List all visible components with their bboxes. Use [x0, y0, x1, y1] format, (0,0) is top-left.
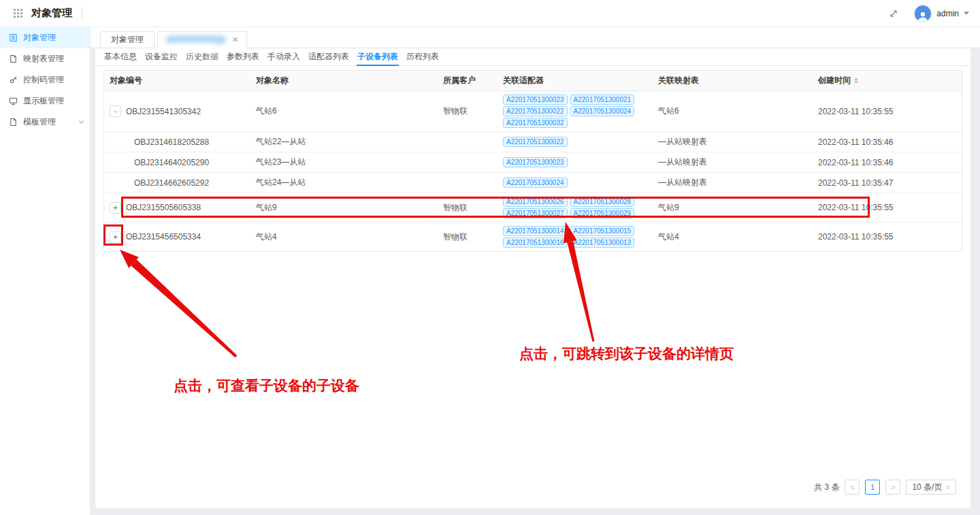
- user-menu[interactable]: admin: [914, 5, 969, 22]
- detail-tab-bar: 基本信息 设备监控 历史数据 参数列表 手动录入 适配器列表 子设备列表 历程列…: [95, 48, 970, 66]
- main-area: 对象管理 基本信息 设备监控 历史数据 参数列表 手动录入 适配器列表 子设备列…: [91, 27, 980, 515]
- customer: 智物联: [443, 202, 503, 214]
- mapping-table: 气站6: [658, 105, 818, 117]
- page-tab-label: 对象管理: [111, 32, 144, 48]
- chevron-down-icon: [78, 119, 84, 125]
- customer: 智物联: [443, 105, 503, 117]
- collapse-row-button[interactable]: -: [110, 105, 121, 117]
- adapter-badge[interactable]: A22017051300023: [503, 157, 568, 167]
- adapter-badge[interactable]: A22017051300029: [570, 208, 635, 218]
- created-time: 2022-03-11 10:35:46: [818, 158, 962, 167]
- sidebar-item-label: 控制码管理: [23, 74, 64, 86]
- template-icon: [9, 118, 18, 127]
- adapter-badge[interactable]: A22017051300023: [503, 95, 568, 105]
- adapter-badge[interactable]: A22017051300028: [570, 197, 635, 207]
- close-icon[interactable]: [232, 36, 238, 44]
- sidebar-item-control-code-mgmt[interactable]: 控制码管理: [0, 69, 90, 90]
- mapping-table: —从站映射表: [658, 156, 818, 168]
- object-name: 气站23—从站: [256, 156, 443, 168]
- redaction-smudge: [170, 44, 215, 52]
- tab-manual-entry[interactable]: 手动录入: [267, 48, 301, 65]
- adapter-badge[interactable]: A22017051300024: [570, 106, 635, 116]
- fullscreen-icon[interactable]: [888, 8, 899, 19]
- redacted-tab-title: [166, 35, 226, 44]
- prev-page-button[interactable]: <: [845, 480, 860, 495]
- tab-basic-info[interactable]: 基本信息: [103, 48, 137, 65]
- sort-control[interactable]: [854, 78, 858, 84]
- current-page-button[interactable]: 1: [865, 480, 880, 495]
- mapping-table: —从站映射表: [658, 177, 818, 188]
- object-id: OBJ2314618205288: [110, 137, 209, 147]
- object-id: OBJ2314640205290: [110, 158, 209, 167]
- adapter-badge[interactable]: A22017051300026: [503, 197, 568, 207]
- header-divider: [82, 6, 82, 21]
- page-tab-object-mgmt[interactable]: 对象管理: [100, 31, 154, 48]
- object-name: 气站4: [256, 231, 443, 243]
- table-header-row: 对象编号 对象名称 所属客户 关联适配器 关联映射表 创建时间: [104, 71, 962, 91]
- adapter-badge[interactable]: A22017051300027: [503, 208, 568, 218]
- top-header: 对象管理 admin: [0, 0, 980, 27]
- pagination: 共 3 条 < 1 > 10 条/页: [814, 480, 956, 495]
- col-customer: 所属客户: [443, 75, 503, 86]
- created-time: 2022-03-11 10:35:55: [818, 107, 962, 116]
- sidebar-item-object-mgmt[interactable]: 对象管理: [0, 27, 90, 48]
- sidebar-item-template-mgmt[interactable]: 模板管理: [0, 112, 90, 133]
- avatar: [914, 5, 932, 22]
- username: admin: [936, 9, 959, 18]
- chevron-down-icon: [945, 484, 950, 491]
- adapter-badge[interactable]: A22017051300015: [570, 226, 635, 236]
- col-adapters: 关联适配器: [503, 75, 658, 86]
- table-row: OBJ2314662605292 气站24—从站 A22017051300024…: [104, 173, 962, 193]
- app-title: 对象管理: [31, 7, 72, 20]
- object-id: OBJ2315456505334: [126, 232, 201, 242]
- page-tab-bar: 对象管理: [91, 27, 980, 48]
- tab-parameter-list[interactable]: 参数列表: [226, 48, 260, 65]
- expand-row-button[interactable]: +: [110, 202, 121, 214]
- sidebar-item-label: 模板管理: [23, 116, 56, 128]
- expand-row-button[interactable]: +: [110, 231, 121, 243]
- adapter-badge[interactable]: A22017051300022: [503, 137, 568, 147]
- table-row: + OBJ2315505605338 气站9 智物联 A220170513000…: [104, 193, 962, 222]
- monitor-icon: [9, 97, 18, 105]
- content-card: 基本信息 设备监控 历史数据 参数列表 手动录入 适配器列表 子设备列表 历程列…: [95, 48, 970, 508]
- created-time: 2022-03-11 10:35:55: [818, 232, 962, 242]
- created-time: 2022-03-11 10:35:47: [818, 178, 962, 188]
- adapter-badge[interactable]: A22017051300024: [503, 178, 568, 188]
- page-size-select[interactable]: 10 条/页: [906, 480, 956, 495]
- pagination-total: 共 3 条: [814, 482, 839, 493]
- object-name: 气站24—从站: [256, 177, 443, 188]
- table-row: + OBJ2315456505334 气站4 智物联 A220170513000…: [104, 222, 962, 251]
- table-row: OBJ2314618205288 气站22—从站 A22017051300022…: [104, 132, 962, 152]
- object-id: OBJ2314662605292: [110, 178, 209, 188]
- tab-adapter-list[interactable]: 适配器列表: [308, 48, 350, 65]
- adapter-badge[interactable]: A22017051300013: [570, 237, 635, 248]
- next-page-button[interactable]: >: [885, 480, 900, 495]
- adapter-badge[interactable]: A22017051300022: [503, 106, 568, 116]
- adapter-badge[interactable]: A22017051300014: [503, 226, 568, 236]
- page-tab-redacted[interactable]: [157, 31, 247, 48]
- mapping-table: 气站9: [658, 202, 818, 214]
- created-time: 2022-03-11 10:35:55: [818, 203, 962, 212]
- apps-grid-icon[interactable]: [14, 9, 22, 18]
- object-name: 气站6: [256, 105, 443, 117]
- table-row: OBJ2314640205290 气站23—从站 A22017051300023…: [104, 152, 962, 173]
- object-id: OBJ2315541305342: [126, 107, 201, 116]
- created-time: 2022-03-11 10:35:46: [818, 137, 962, 147]
- adapter-badge[interactable]: A22017051300016: [503, 237, 568, 248]
- object-name: 气站22—从站: [256, 136, 443, 148]
- col-created: 创建时间: [818, 75, 962, 86]
- page-size-value: 10 条/页: [912, 482, 942, 493]
- sidebar: 对象管理 映射表管理 控制码管理 显示板管理 模板管理: [0, 27, 91, 515]
- tab-journey-list[interactable]: 历程列表: [406, 48, 440, 65]
- tab-sub-device-list[interactable]: 子设备列表: [357, 48, 399, 65]
- mapping-table: 气站4: [658, 231, 818, 243]
- list-icon: [9, 33, 18, 42]
- object-id: OBJ2315505605338: [126, 203, 201, 212]
- adapter-badge[interactable]: A22017051300021: [570, 95, 635, 105]
- adapter-badge[interactable]: A22017051300032: [503, 118, 568, 128]
- sidebar-item-display-board-mgmt[interactable]: 显示板管理: [0, 90, 90, 112]
- key-icon: [9, 76, 18, 84]
- col-object-name: 对象名称: [256, 75, 443, 86]
- file-icon: [9, 54, 18, 63]
- sidebar-item-mapping-mgmt[interactable]: 映射表管理: [0, 48, 90, 69]
